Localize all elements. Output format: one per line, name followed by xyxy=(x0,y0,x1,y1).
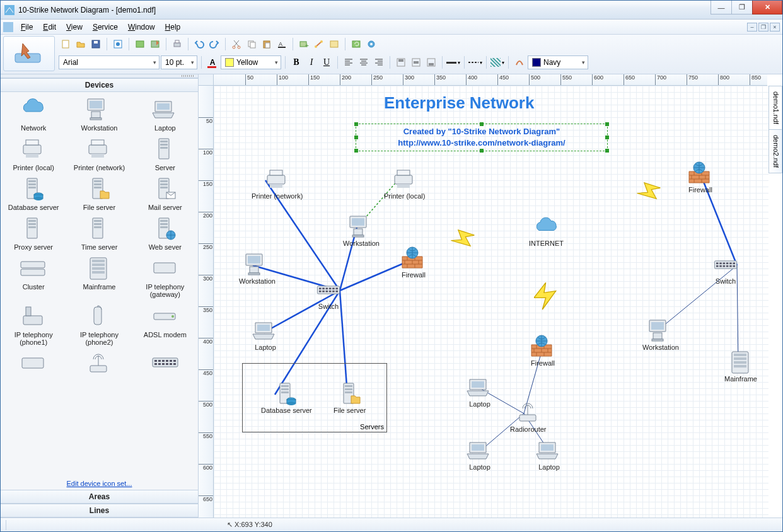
sel-handle[interactable] xyxy=(605,122,609,126)
edit-iconset-link[interactable]: Edit device icon set... xyxy=(67,480,132,487)
minimize-button[interactable]: — xyxy=(710,1,732,14)
pattern-button[interactable]: ▾ xyxy=(490,55,504,69)
align-right-button[interactable] xyxy=(372,55,386,69)
font-color-button[interactable]: A xyxy=(206,55,219,69)
line-weight-button[interactable]: ▾ xyxy=(446,55,460,69)
sel-handle[interactable] xyxy=(605,136,609,139)
node-laptop3[interactable]: Laptop xyxy=(466,439,494,471)
device-db-server[interactable]: Database server xyxy=(1,176,66,211)
device-ip-tel-gw[interactable]: IP telephony (gateway) xyxy=(132,256,198,298)
menu-window[interactable]: Window xyxy=(123,21,160,33)
node-printer-net[interactable]: Printer (network) xyxy=(252,168,303,200)
mdi-restore[interactable]: ❐ xyxy=(758,23,768,32)
splitter-grip[interactable] xyxy=(1,74,198,78)
device-time-server[interactable]: Time server xyxy=(66,216,132,251)
new-button[interactable] xyxy=(59,37,72,51)
device-file-server[interactable]: File server xyxy=(66,176,132,211)
mdi-close[interactable]: × xyxy=(770,23,780,32)
doc-tab[interactable]: demo2.ndf xyxy=(768,129,782,173)
canvas[interactable]: Enterprise Network Created by "10-Strike… xyxy=(214,86,768,518)
device-workstation[interactable]: Workstation xyxy=(66,97,132,132)
node-firewall3[interactable]: Firewall xyxy=(687,161,714,194)
menu-help[interactable]: Help xyxy=(160,21,186,33)
node-laptop2[interactable]: Laptop xyxy=(466,376,494,408)
copy-button[interactable] xyxy=(245,37,258,51)
device-router[interactable] xyxy=(1,351,66,378)
sel-handle[interactable] xyxy=(354,122,358,126)
add-device-button[interactable]: + xyxy=(297,37,311,51)
font-selector[interactable]: Arial xyxy=(59,55,160,69)
devices-panel-header[interactable]: Devices xyxy=(1,78,198,92)
device-cluster[interactable]: Cluster xyxy=(1,256,66,298)
node-switch1[interactable]: Switch xyxy=(315,278,342,310)
node-ws1[interactable]: Workstation xyxy=(343,215,380,247)
valign-bot-button[interactable] xyxy=(424,55,438,69)
areas-panel-header[interactable]: Areas xyxy=(1,490,198,504)
node-laptop4[interactable]: Laptop xyxy=(535,439,563,471)
menu-view[interactable]: View xyxy=(61,21,88,33)
device-server[interactable]: Server xyxy=(132,137,198,171)
print-button[interactable] xyxy=(170,37,184,51)
device-mainframe[interactable]: Mainframe xyxy=(66,256,132,298)
node-printer-loc[interactable]: Printer (local) xyxy=(384,168,425,200)
node-firewall2[interactable]: Firewall xyxy=(529,335,557,367)
export-button[interactable] xyxy=(148,37,162,51)
cut-button[interactable] xyxy=(229,37,243,51)
node-internet[interactable]: INTERNET xyxy=(529,215,564,247)
device-laptop[interactable]: Laptop xyxy=(132,97,198,132)
maximize-button[interactable]: ❐ xyxy=(731,1,753,14)
node-mainframe[interactable]: Mainframe xyxy=(724,350,757,383)
device-printer-local[interactable]: Printer (local) xyxy=(1,137,66,171)
device-radiorouter[interactable] xyxy=(66,351,132,378)
node-ws3[interactable]: Workstation xyxy=(642,319,679,351)
image-button[interactable] xyxy=(133,37,147,51)
device-adsl[interactable]: ADSL modem xyxy=(132,304,198,346)
align-left-button[interactable] xyxy=(342,55,356,69)
device-proxy-server[interactable]: Proxy server xyxy=(1,216,66,251)
sel-handle[interactable] xyxy=(480,149,484,153)
titlebar[interactable]: 10-Strike Network Diagram - [demo1.ndf] … xyxy=(1,1,782,20)
sel-handle[interactable] xyxy=(354,136,358,139)
device-switch[interactable] xyxy=(132,351,198,378)
device-ip-phone1[interactable]: IP telephony (phone1) xyxy=(1,304,66,346)
device-web-server[interactable]: Web sever xyxy=(132,216,198,251)
node-dbserv[interactable]: Database server xyxy=(261,382,312,414)
device-network[interactable]: Network xyxy=(1,97,66,132)
node-fileserv[interactable]: File server xyxy=(334,382,366,414)
line-color-button[interactable] xyxy=(513,55,526,69)
sel-handle[interactable] xyxy=(354,149,358,153)
align-center-button[interactable] xyxy=(357,55,371,69)
text-button[interactable]: A xyxy=(275,37,289,51)
diagram-subtitle[interactable]: Created by "10-Strike Network Diagram" h… xyxy=(371,126,592,149)
valign-mid-button[interactable] xyxy=(409,55,423,69)
bold-button[interactable]: B xyxy=(289,55,303,69)
node-firewall1[interactable]: Firewall xyxy=(400,246,427,279)
settings-button[interactable] xyxy=(364,37,378,51)
node-ws2[interactable]: Workstation xyxy=(239,253,276,285)
line-style-button[interactable]: ▾ xyxy=(468,55,482,69)
redo-button[interactable] xyxy=(207,37,221,51)
device-ip-phone2[interactable]: IP telephony (phone2) xyxy=(66,304,132,346)
mdi-minimize[interactable]: – xyxy=(747,23,757,32)
add-area-button[interactable] xyxy=(327,37,341,51)
doc-tab[interactable]: demo1.ndf xyxy=(768,86,782,130)
close-button[interactable]: ✕ xyxy=(752,1,782,14)
lines-panel-header[interactable]: Lines xyxy=(1,504,198,518)
add-link-button[interactable] xyxy=(312,37,326,51)
node-radiorouter[interactable]: Radiorouter xyxy=(510,401,546,433)
underline-button[interactable]: U xyxy=(320,55,334,69)
menu-service[interactable]: Service xyxy=(88,21,123,33)
menu-edit[interactable]: Edit xyxy=(38,21,61,33)
undo-button[interactable] xyxy=(192,37,206,51)
save-button[interactable] xyxy=(89,37,103,51)
sel-handle[interactable] xyxy=(605,149,609,153)
wizard-button[interactable] xyxy=(111,37,125,51)
menu-file[interactable]: File xyxy=(16,21,38,33)
tool-selector[interactable] xyxy=(3,36,55,71)
paste-button[interactable] xyxy=(260,37,274,51)
refresh-button[interactable] xyxy=(349,37,363,51)
device-mail-server[interactable]: Mail server xyxy=(132,176,198,211)
fill-color-selector[interactable]: Yellow xyxy=(221,55,281,69)
device-printer-network[interactable]: Printer (network) xyxy=(66,137,132,171)
font-size-selector[interactable]: 10 pt. xyxy=(161,55,197,69)
